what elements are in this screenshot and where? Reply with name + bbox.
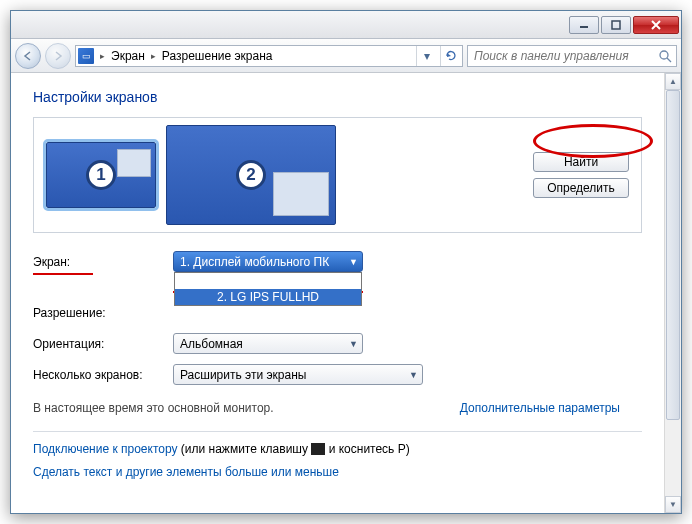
monitor-1[interactable]: 1 bbox=[46, 142, 156, 208]
identify-button[interactable]: Определить bbox=[533, 178, 629, 198]
scroll-down-button[interactable]: ▼ bbox=[665, 496, 681, 513]
projector-link[interactable]: Подключение к проектору bbox=[33, 442, 178, 456]
address-dropdown-button[interactable]: ▾ bbox=[416, 46, 436, 66]
screen-label: Экран: bbox=[33, 255, 163, 269]
minimize-icon bbox=[579, 20, 589, 30]
scroll-thumb[interactable] bbox=[666, 90, 680, 420]
search-input[interactable] bbox=[472, 48, 658, 64]
orientation-label: Ориентация: bbox=[33, 337, 163, 351]
content-area: Настройки экранов 1 2 Найти Определить Э… bbox=[11, 73, 681, 513]
screen-option-2[interactable]: 2. LG IPS FULLHD bbox=[175, 289, 361, 305]
textsize-link[interactable]: Сделать текст и другие элементы больше и… bbox=[33, 465, 339, 479]
multiple-dropdown[interactable]: Расширить эти экраны ▼ bbox=[173, 364, 423, 385]
monitor-number: 2 bbox=[236, 160, 266, 190]
monitor-number: 1 bbox=[86, 160, 116, 190]
close-button[interactable] bbox=[633, 16, 679, 34]
chevron-down-icon: ▼ bbox=[349, 257, 358, 267]
search-icon bbox=[658, 49, 672, 63]
back-button[interactable] bbox=[15, 43, 41, 69]
arrow-left-icon bbox=[22, 50, 34, 62]
refresh-button[interactable] bbox=[440, 46, 460, 66]
address-bar[interactable]: ▭ ▸ Экран ▸ Разрешение экрана ▾ bbox=[75, 45, 463, 67]
screen-dropdown-value: 1. Дисплей мобильного ПК bbox=[180, 255, 329, 269]
titlebar bbox=[11, 11, 681, 39]
multiple-dropdown-value: Расширить эти экраны bbox=[180, 368, 306, 382]
vertical-scrollbar[interactable]: ▲ ▼ bbox=[664, 73, 681, 513]
window: ▭ ▸ Экран ▸ Разрешение экрана ▾ Настройк… bbox=[10, 10, 682, 514]
window-thumb-icon bbox=[117, 149, 151, 177]
projector-hint-2: и коснитесь P) bbox=[325, 442, 409, 456]
close-icon bbox=[650, 20, 662, 30]
scroll-up-button[interactable]: ▲ bbox=[665, 73, 681, 90]
arrow-right-icon bbox=[52, 50, 64, 62]
advanced-link[interactable]: Дополнительные параметры bbox=[460, 401, 620, 415]
display-icon: ▭ bbox=[78, 48, 94, 64]
divider bbox=[33, 431, 642, 432]
maximize-button[interactable] bbox=[601, 16, 631, 34]
primary-monitor-note: В настоящее время это основной монитор. bbox=[33, 401, 274, 415]
resolution-label: Разрешение: bbox=[33, 306, 163, 320]
monitor-2[interactable]: 2 bbox=[166, 125, 336, 225]
breadcrumb-resolution[interactable]: Разрешение экрана bbox=[162, 49, 273, 63]
navbar: ▭ ▸ Экран ▸ Разрешение экрана ▾ bbox=[11, 39, 681, 73]
windows-key-icon bbox=[311, 443, 325, 455]
svg-point-2 bbox=[660, 51, 668, 59]
minimize-button[interactable] bbox=[569, 16, 599, 34]
monitor-preview: 1 2 Найти Определить bbox=[33, 117, 642, 233]
breadcrumb-screen[interactable]: Экран bbox=[111, 49, 145, 63]
chevron-down-icon: ▼ bbox=[409, 370, 418, 380]
orientation-dropdown[interactable]: Альбомная ▼ bbox=[173, 333, 363, 354]
forward-button[interactable] bbox=[45, 43, 71, 69]
svg-rect-0 bbox=[580, 26, 588, 28]
annotation-underline bbox=[33, 273, 93, 275]
orientation-dropdown-value: Альбомная bbox=[180, 337, 243, 351]
projector-hint-1: (или нажмите клавишу bbox=[178, 442, 312, 456]
chevron-down-icon: ▼ bbox=[349, 339, 358, 349]
chevron-right-icon: ▸ bbox=[100, 51, 105, 61]
svg-line-3 bbox=[667, 58, 671, 62]
screen-option-1[interactable]: 1. Дисплей мобильного ПК bbox=[175, 273, 361, 289]
maximize-icon bbox=[611, 20, 621, 30]
screen-dropdown-list: 1. Дисплей мобильного ПК 2. LG IPS FULLH… bbox=[174, 272, 362, 306]
search-box[interactable] bbox=[467, 45, 677, 67]
svg-rect-1 bbox=[612, 21, 620, 29]
multiple-label: Несколько экранов: bbox=[33, 368, 163, 382]
chevron-right-icon: ▸ bbox=[151, 51, 156, 61]
refresh-icon bbox=[444, 49, 458, 63]
find-button[interactable]: Найти bbox=[533, 152, 629, 172]
window-thumb-icon bbox=[273, 172, 329, 216]
screen-dropdown[interactable]: 1. Дисплей мобильного ПК ▼ 1. Дисплей мо… bbox=[173, 251, 363, 272]
page-title: Настройки экранов bbox=[33, 89, 642, 105]
